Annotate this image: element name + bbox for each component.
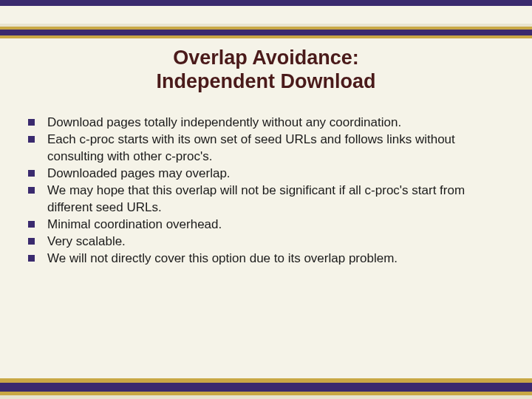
list-item: We may hope that this overlap will not b…	[25, 183, 510, 216]
header-accent-band	[0, 24, 532, 38]
title-line-1: Overlap Avoidance:	[30, 46, 502, 69]
list-item: Each c-proc starts with its own set of s…	[25, 132, 510, 166]
list-item: Download pages totally independently wit…	[25, 115, 510, 132]
footer-accent-band	[0, 378, 532, 399]
list-item: Minimal coordination overhead.	[25, 216, 510, 233]
slide-title: Overlap Avoidance: Independent Download	[0, 46, 532, 94]
bullet-list: Download pages totally independently wit…	[25, 115, 510, 267]
title-line-2: Independent Download	[30, 69, 502, 93]
list-item: Downloaded pages may overlap.	[25, 166, 510, 183]
list-item: We will not directly cover this option d…	[25, 250, 510, 267]
top-stripe	[0, 0, 532, 6]
list-item: Very scalable.	[25, 233, 510, 250]
slide-body: Download pages totally independently wit…	[25, 115, 510, 267]
